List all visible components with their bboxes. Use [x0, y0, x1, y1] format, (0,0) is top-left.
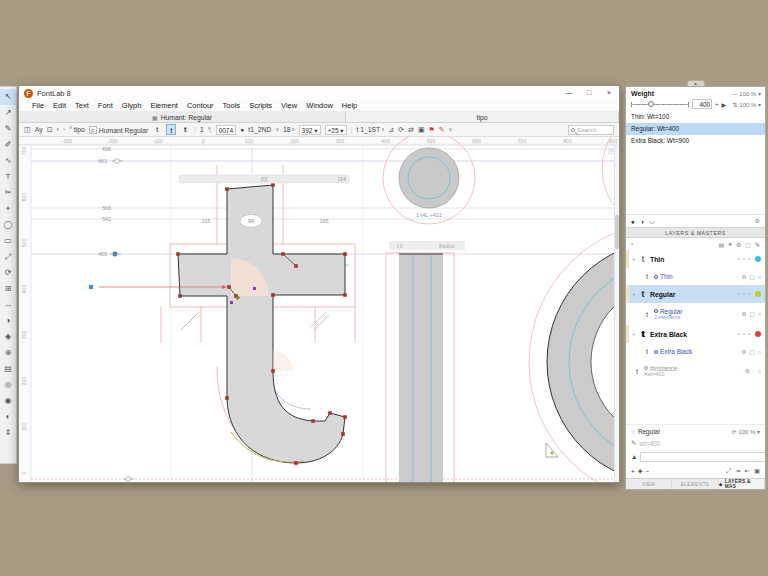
- guide-handle-465[interactable]: [113, 252, 117, 256]
- menu-help[interactable]: Help: [342, 101, 357, 110]
- master-color-dot[interactable]: [755, 256, 761, 262]
- maximize-button[interactable]: □: [579, 86, 599, 100]
- rectangle-tool-icon[interactable]: ▭: [0, 233, 16, 249]
- text-tool-icon[interactable]: T: [0, 169, 16, 185]
- preview-tool-icon[interactable]: ◐: [0, 409, 16, 425]
- minimize-button[interactable]: —: [559, 86, 579, 100]
- menu-file[interactable]: File: [32, 101, 44, 110]
- menu-contour[interactable]: Contour: [187, 101, 214, 110]
- anchor-tool-icon[interactable]: ⊕: [0, 345, 16, 361]
- layer-row-regular[interactable]: tRegular2 elements·⚙▢○: [626, 303, 765, 325]
- layers-toolbar-icon-0[interactable]: ●: [631, 218, 635, 225]
- sidebar-toggle-icon[interactable]: ◫: [24, 126, 31, 134]
- colhead-icon-1[interactable]: ●: [728, 241, 732, 248]
- pen-tool-icon[interactable]: ✎: [0, 121, 16, 137]
- weight-slider-knob[interactable]: [648, 101, 654, 107]
- panel-tab-elements[interactable]: ELEMENTS: [672, 479, 718, 489]
- canvas-scrollbar[interactable]: [614, 145, 619, 482]
- master-row-extra-black[interactable]: +tExtra Black: [626, 325, 765, 343]
- layer-filter-input[interactable]: [640, 452, 766, 462]
- scrollbar-thumb[interactable]: [615, 215, 619, 249]
- guide-anchor-markers[interactable]: [110, 159, 134, 482]
- layer-mini-icon[interactable]: ▢: [749, 349, 754, 355]
- edit-pencil-icon[interactable]: ✎: [631, 439, 636, 447]
- layers-toolbar-icon-2[interactable]: ◡: [649, 217, 655, 225]
- layer-row-extra-black[interactable]: tExtra Black·⚙▢○: [626, 343, 765, 360]
- title-bar[interactable]: F FontLab 8 — □ ×: [19, 86, 619, 100]
- pan-tool-icon[interactable]: ⇕: [0, 425, 16, 441]
- pilcrow-icon[interactable]: ¶: [208, 126, 212, 133]
- rotate-icon[interactable]: ⟳: [398, 126, 404, 134]
- master-color-dot[interactable]: [755, 291, 761, 297]
- colhead-icon-4[interactable]: ✎: [755, 241, 760, 248]
- element-tool-icon[interactable]: ↗: [0, 105, 16, 121]
- add-layer-button[interactable]: +: [631, 468, 635, 475]
- contour-tool-icon[interactable]: ↖: [0, 89, 16, 105]
- eraser-tool-icon[interactable]: ◈: [0, 329, 16, 345]
- panel-tab-layers-mas[interactable]: ◆LAYERS & MAS: [719, 479, 765, 489]
- instance-row[interactable]: Extra Black: Wt=900: [626, 135, 765, 147]
- forward-icon[interactable]: ›: [63, 126, 65, 133]
- anchor-icon[interactable]: ▲: [631, 453, 637, 460]
- ellipse-tool-icon[interactable]: ◯: [0, 217, 16, 233]
- anchors-icon[interactable]: ⊡: [47, 126, 53, 134]
- measure-icon[interactable]: ⊿: [388, 126, 394, 134]
- flip-icon[interactable]: ⇄: [408, 126, 414, 134]
- caret-down-icon[interactable]: ▾: [275, 126, 279, 134]
- layer-wt-field[interactable]: wt=400: [639, 440, 660, 447]
- layer-row-thin[interactable]: tThin·⚙▢○: [626, 268, 765, 285]
- group-first-field[interactable]: t 1_1ST ›: [356, 126, 384, 133]
- instance-row[interactable]: Thin: Wt=100: [626, 111, 765, 123]
- color-dot-icon[interactable]: ●: [240, 126, 244, 133]
- layer-mini-icon[interactable]: ⚙: [742, 311, 747, 317]
- codepoint-field[interactable]: 0074: [216, 125, 236, 135]
- close-button[interactable]: ×: [599, 86, 619, 100]
- layer-mini-icon[interactable]: ○: [758, 274, 761, 280]
- knife-tool-icon[interactable]: ✂: [0, 185, 16, 201]
- grid-tool-icon[interactable]: ▤: [0, 361, 16, 377]
- glyph-index[interactable]: 1: [200, 126, 204, 133]
- panel-tab-view[interactable]: VIEW: [626, 479, 672, 489]
- guides-tool-icon[interactable]: ⊞: [0, 281, 16, 297]
- layer-mini-icon[interactable]: ·: [740, 368, 742, 374]
- layer-zoom-control[interactable]: ⟳ 100 % ▾: [732, 428, 760, 435]
- back-icon[interactable]: ‹: [57, 126, 59, 133]
- magnet-tool-icon[interactable]: ⌖: [0, 201, 16, 217]
- weight-row-zoom[interactable]: ⇅ 100 % ▾: [733, 101, 761, 108]
- layer-action-icon-2[interactable]: ⇤: [745, 467, 750, 475]
- frame-icon[interactable]: ▣: [418, 126, 425, 134]
- red-pencil-icon[interactable]: ✎: [439, 126, 445, 134]
- fill-tool-icon[interactable]: ◑: [0, 313, 16, 329]
- layer-mini-icon[interactable]: ⚙: [742, 349, 747, 355]
- next-glyph[interactable]: t: [180, 124, 190, 135]
- layer-mini-icon[interactable]: ▢: [749, 311, 754, 317]
- colhead-icon-2[interactable]: ⚙: [736, 241, 741, 248]
- tab-font-window[interactable]: ▦ Humant: Regular: [19, 112, 346, 122]
- weight-value-field[interactable]: 400: [692, 99, 712, 109]
- layer-mini-icon[interactable]: ⚙: [745, 368, 750, 374]
- flag-icon[interactable]: ⚑: [429, 126, 435, 134]
- menu-text[interactable]: Text: [75, 101, 89, 110]
- layers-toolbar-icon-1[interactable]: ◑: [640, 218, 644, 225]
- metrics-icon[interactable]: Ay: [35, 126, 43, 133]
- transform-tool-icon[interactable]: ⤢: [0, 249, 16, 265]
- prev-glyph[interactable]: t: [152, 124, 162, 135]
- layer-action-icon-3[interactable]: ▣: [754, 467, 760, 475]
- weight-slider[interactable]: [631, 100, 689, 109]
- instance-row[interactable]: Regular: Wt=400: [626, 123, 765, 135]
- layer-action-icon-1[interactable]: ↠: [735, 467, 740, 475]
- weight-play-button[interactable]: ▶: [722, 101, 727, 108]
- control-node[interactable]: [230, 301, 233, 304]
- caret-down-icon-2[interactable]: ▾: [449, 126, 453, 134]
- size-field[interactable]: 18 ›: [283, 126, 295, 133]
- menu-element[interactable]: Element: [150, 101, 178, 110]
- search-input[interactable]: Search: [568, 125, 614, 135]
- zoom-tool-icon[interactable]: ◎: [0, 377, 16, 393]
- rotate-tool-icon[interactable]: ⟳: [0, 265, 16, 281]
- kern-value-field[interactable]: +25 ▾: [325, 125, 347, 135]
- tab-glyph-window[interactable]: tipo: [346, 112, 619, 122]
- selected-guide-handle[interactable]: [89, 285, 93, 289]
- layer-action-icon-0[interactable]: ⤢: [726, 467, 731, 475]
- text-content-field[interactable]: ° tipo: [69, 126, 85, 133]
- colhead-icon-0[interactable]: ▤: [719, 241, 725, 248]
